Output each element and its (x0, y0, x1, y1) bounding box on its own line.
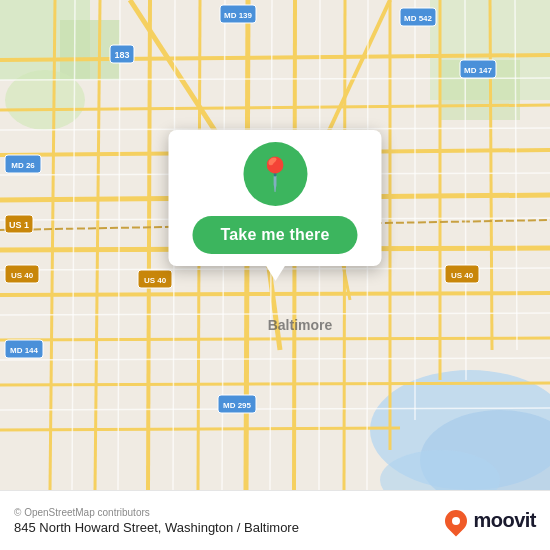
svg-text:MD 295: MD 295 (223, 401, 252, 410)
svg-text:US 40: US 40 (144, 276, 167, 285)
svg-text:Baltimore: Baltimore (268, 317, 333, 333)
svg-line-27 (490, 0, 492, 350)
map-pin-circle: 📍 (243, 142, 307, 206)
moovit-logo: moovit (445, 509, 536, 532)
pin-icon: 📍 (255, 158, 295, 190)
svg-text:183: 183 (114, 50, 129, 60)
svg-text:MD 147: MD 147 (464, 66, 493, 75)
svg-text:US 40: US 40 (451, 271, 474, 280)
svg-line-20 (148, 0, 150, 490)
svg-line-15 (0, 338, 550, 340)
svg-text:MD 144: MD 144 (10, 346, 39, 355)
moovit-pin-top (441, 505, 472, 536)
map-container: MD 542 MD 139 MD 147 183 MD 26 US 1 US 4… (0, 0, 550, 490)
svg-text:US 1: US 1 (9, 220, 29, 230)
moovit-pin-icon (445, 510, 467, 532)
svg-text:MD 139: MD 139 (224, 11, 253, 20)
address-text: 845 North Howard Street, Washington / Ba… (14, 520, 299, 535)
svg-line-17 (0, 428, 400, 430)
popup-card: 📍 Take me there (168, 130, 381, 266)
moovit-brand-text: moovit (473, 509, 536, 532)
svg-text:MD 26: MD 26 (11, 161, 35, 170)
svg-text:MD 542: MD 542 (404, 14, 433, 23)
location-popup: 📍 Take me there (168, 130, 381, 281)
popup-tail (265, 265, 285, 281)
footer-info: © OpenStreetMap contributors 845 North H… (14, 507, 299, 535)
svg-text:US 40: US 40 (11, 271, 34, 280)
moovit-pin-dot (452, 517, 460, 525)
svg-line-49 (465, 0, 466, 380)
take-me-there-button[interactable]: Take me there (192, 216, 357, 254)
copyright-text: © OpenStreetMap contributors (14, 507, 299, 518)
svg-line-16 (0, 383, 550, 385)
footer: © OpenStreetMap contributors 845 North H… (0, 490, 550, 550)
